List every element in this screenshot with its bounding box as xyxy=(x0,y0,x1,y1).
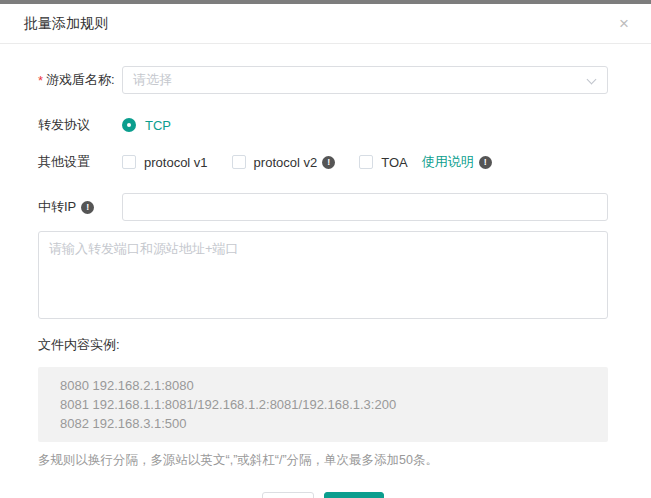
protocol-row: 转发协议 TCP xyxy=(38,116,608,134)
transit-ip-input[interactable] xyxy=(122,193,608,221)
usage-instructions-text: 使用说明 xyxy=(422,153,474,171)
other-settings-row: 其他设置 protocol v1 protocol v2 ! TOA 使用说明 xyxy=(38,153,608,171)
transit-ip-label: 中转IP ! xyxy=(38,198,122,216)
checkbox-icon xyxy=(122,155,136,169)
shield-name-select[interactable]: 请选择 xyxy=(122,66,608,94)
dialog-title: 批量添加规则 xyxy=(24,15,108,33)
protocol-radio-tcp[interactable]: TCP xyxy=(122,118,171,133)
batch-add-rules-dialog: 批量添加规则 × * 游戏盾名称: 请选择 转发协议 xyxy=(0,4,651,498)
dialog-footer: 取消 确定 xyxy=(38,492,608,498)
example-line: 8080 192.168.2.1:8080 xyxy=(60,376,586,395)
example-line: 8082 192.168.3.1:500 xyxy=(60,414,586,433)
dialog-header: 批量添加规则 × xyxy=(0,4,651,44)
example-line: 8081 192.168.1.1:8081/192.168.1.2:8081/1… xyxy=(60,395,586,414)
shield-name-row: * 游戏盾名称: 请选择 xyxy=(38,66,608,94)
checkbox-protocol-v2[interactable]: protocol v2 ! xyxy=(232,155,336,170)
transit-ip-row: 中转IP ! xyxy=(38,193,608,221)
close-icon[interactable]: × xyxy=(613,13,635,34)
checkbox-protocol-v1-label: protocol v1 xyxy=(144,155,208,170)
cancel-button[interactable]: 取消 xyxy=(262,492,314,498)
checkbox-protocol-v1[interactable]: protocol v1 xyxy=(122,155,208,170)
info-icon[interactable]: ! xyxy=(81,201,94,214)
confirm-button[interactable]: 确定 xyxy=(324,492,384,498)
checkbox-toa-label: TOA xyxy=(381,155,408,170)
protocol-label: 转发协议 xyxy=(38,116,122,134)
shield-name-select-placeholder: 请选择 xyxy=(133,71,172,89)
dialog-body: * 游戏盾名称: 请选择 转发协议 TCP xyxy=(0,44,651,498)
radio-selected-icon xyxy=(122,118,136,132)
checkbox-icon xyxy=(232,155,246,169)
checkbox-icon xyxy=(359,155,373,169)
checkbox-protocol-v2-label: protocol v2 xyxy=(254,155,318,170)
chevron-down-icon xyxy=(588,76,596,84)
rules-note: 多规则以换行分隔，多源站以英文“,”或斜杠“/”分隔，单次最多添加50条。 xyxy=(38,452,608,469)
example-label: 文件内容实例: xyxy=(38,336,608,354)
protocol-radio-tcp-label: TCP xyxy=(145,118,171,133)
checkbox-toa[interactable]: TOA xyxy=(359,155,408,170)
other-settings-label: 其他设置 xyxy=(38,153,122,171)
example-box: 8080 192.168.2.1:8080 8081 192.168.1.1:8… xyxy=(38,367,608,442)
shield-name-label-text: 游戏盾名称: xyxy=(46,71,115,89)
info-icon[interactable]: ! xyxy=(322,156,335,169)
required-asterisk: * xyxy=(38,73,43,88)
shield-name-label: * 游戏盾名称: xyxy=(38,71,122,89)
info-icon[interactable]: ! xyxy=(479,156,492,169)
usage-instructions-link[interactable]: 使用说明 ! xyxy=(422,153,492,171)
transit-ip-label-text: 中转IP xyxy=(38,198,76,216)
rules-textarea[interactable] xyxy=(38,231,608,319)
